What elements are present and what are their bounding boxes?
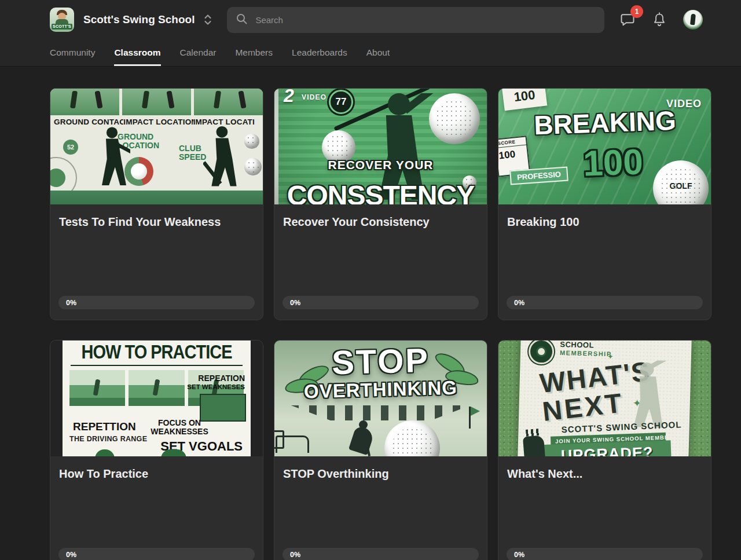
community-logo[interactable]: SCOTT'S (50, 8, 74, 32)
app-window: SCOTT'S Scott's Swing School (0, 0, 741, 560)
course-card-whats-next[interactable]: SCHOOL MEMBERSHIP WHAT'S NEXT ✦ ✦ SCOTT'… (498, 340, 711, 560)
search-icon (236, 13, 248, 27)
course-progress-value: 0% (514, 299, 524, 307)
course-thumbnail: STOP OVERTHINKING (274, 341, 487, 456)
course-progress-value: 0% (66, 299, 76, 307)
bell-icon (652, 12, 667, 28)
tab-classroom[interactable]: Classroom (114, 39, 160, 66)
search-input[interactable] (255, 15, 596, 25)
golf-cart (276, 435, 309, 453)
course-title: Recover Your Consistency (283, 215, 479, 229)
golf-ball (384, 420, 440, 456)
classroom-content: GROUND CONTACT IMPACT LOCATION IMPACT LO… (0, 67, 741, 560)
course-thumbnail: 2 VIDEO 77 RECOVER YOUR CONSSTENCY (274, 89, 487, 204)
course-grid: GROUND CONTACT IMPACT LOCATION IMPACT LO… (50, 88, 711, 560)
community-name: Scott's Swing School (83, 13, 195, 26)
golf-bag (523, 435, 545, 456)
course-title: STOP Overthinking (283, 467, 479, 481)
course-title: How To Practice (58, 467, 255, 481)
course-progress-bar: 0% (58, 296, 255, 309)
course-card-breaking-100[interactable]: 100 VIDEO SCORE 100 BREAKING 100 PROFESS… (498, 88, 711, 320)
course-progress-bar: 0% (507, 296, 703, 309)
course-progress-value: 0% (290, 551, 300, 559)
course-progress-value: 0% (514, 551, 524, 559)
course-progress-value: 0% (290, 299, 300, 307)
nav-tabs: Community Classroom Calendar Members Lea… (0, 39, 741, 66)
notifications-button[interactable] (652, 12, 667, 28)
search-bar[interactable] (227, 7, 604, 33)
chat-unread-badge: 1 (630, 5, 643, 18)
top-bar: SCOTT'S Scott's Swing School (0, 0, 741, 67)
course-title: Tests To Find Your Weakness (58, 215, 255, 229)
tab-community[interactable]: Community (50, 39, 95, 66)
course-thumbnail: HOW TO PRACTICE REPEATION SET WEAKNESES … (50, 341, 263, 456)
tab-members[interactable]: Members (235, 39, 273, 66)
course-progress-bar: 0% (507, 548, 703, 560)
course-progress-bar: 0% (58, 548, 255, 560)
golfer-silhouette (90, 122, 130, 192)
course-card-tests-to-find-your-weakness[interactable]: GROUND CONTACT IMPACT LOCATION IMPACT LO… (50, 88, 263, 320)
tab-leaderboards[interactable]: Leaderboards (292, 39, 347, 66)
course-title: Breaking 100 (507, 215, 703, 229)
course-thumbnail: SCHOOL MEMBERSHIP WHAT'S NEXT ✦ ✦ SCOTT'… (498, 341, 711, 456)
course-thumbnail: 100 VIDEO SCORE 100 BREAKING 100 PROFESS… (498, 89, 711, 204)
course-card-stop-overthinking[interactable]: STOP OVERTHINKING STOP Overthinking 0% (274, 340, 487, 560)
golfer-silhouette (343, 420, 383, 456)
community-switcher-icon[interactable] (203, 13, 213, 26)
chat-button[interactable]: 1 (619, 12, 636, 28)
course-thumbnail: GROUND CONTACT IMPACT LOCATION IMPACT LO… (50, 89, 263, 204)
course-progress-bar: 0% (283, 296, 479, 309)
logo-text: SCOTT'S (52, 24, 72, 30)
golfer-silhouette (203, 121, 245, 193)
course-progress-bar: 0% (283, 548, 479, 560)
course-card-recover-your-consistency[interactable]: 2 VIDEO 77 RECOVER YOUR CONSSTENCY Recov… (274, 88, 487, 320)
golf-ball: GOLF (653, 160, 709, 204)
membership-badge (529, 341, 555, 365)
course-card-how-to-practice[interactable]: HOW TO PRACTICE REPEATION SET WEAKNESES … (50, 340, 263, 560)
flag-icon (469, 407, 471, 429)
course-title: What's Next... (507, 467, 703, 481)
tab-about[interactable]: About (366, 39, 390, 66)
user-avatar[interactable] (683, 10, 703, 30)
course-progress-value: 0% (66, 551, 76, 559)
tab-calendar[interactable]: Calendar (180, 39, 217, 66)
